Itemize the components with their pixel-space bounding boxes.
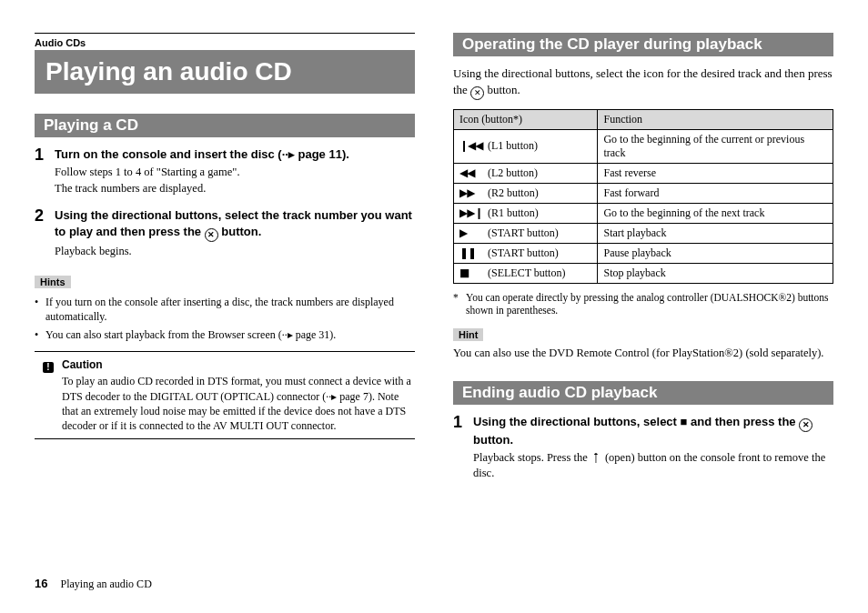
icon-cell: ▶▶❙ (R1 button) (454, 203, 598, 223)
caution-text: To play an audio CD recorded in DTS form… (62, 374, 415, 433)
step-number: 1 (453, 414, 473, 431)
end-step-1: 1 Using the directional buttons, select … (453, 414, 833, 482)
table-row: ❚❚ (START button)Pause playback (454, 243, 833, 263)
icon-cell: ■ (SELECT button) (454, 263, 598, 283)
playback-icon: ▶▶❙ (459, 206, 485, 219)
bullet-icon: • (35, 327, 45, 342)
playback-icon: ❙◀◀ (459, 139, 485, 152)
page-footer: 16 Playing an audio CD (35, 577, 833, 591)
icon-cell: ▶▶ (R2 button) (454, 183, 598, 203)
x-button-icon: ✕ (799, 418, 812, 432)
step-heading: Using the directional buttons, select th… (55, 207, 415, 242)
function-cell: Fast reverse (598, 163, 833, 183)
playback-icon: ◀◀ (459, 166, 485, 179)
hints-list: •If you turn on the console after insert… (35, 295, 415, 343)
th-function: Function (598, 109, 833, 129)
step-number: 1 (35, 146, 55, 164)
hint-label: Hint (453, 328, 483, 341)
button-name: (L2 button) (485, 166, 538, 179)
table-footnote: * You can operate directly by pressing t… (453, 291, 833, 318)
function-cell: Pause playback (598, 243, 833, 263)
table-row: ▶▶ (R2 button)Fast forward (454, 183, 833, 203)
function-cell: Stop playback (598, 263, 833, 283)
page-title: Playing an audio CD (35, 50, 415, 94)
playback-icon: ❚❚ (459, 246, 485, 259)
function-cell: Start playback (598, 223, 833, 243)
function-cell: Go to the beginning of the current or pr… (598, 129, 833, 163)
page: Audio CDs Playing an audio CD Playing a … (0, 0, 868, 613)
hint-text: If you turn on the console after inserti… (45, 295, 415, 324)
section-ending-playback: Ending audio CD playback (453, 381, 833, 405)
hints-label: Hints (35, 276, 71, 288)
page-number: 16 (35, 577, 47, 590)
button-name: (START button) (485, 226, 559, 239)
step-2: 2 Using the directional buttons, select … (35, 207, 415, 260)
intro-text: Using the directional buttons, select th… (453, 65, 833, 100)
section-operating-cd: Operating the CD player during playback (453, 33, 833, 56)
step-subline: Follow steps 1 to 4 of "Starting a game"… (55, 165, 415, 180)
button-name: (START button) (485, 246, 559, 259)
playback-icon: ▶▶ (459, 186, 485, 199)
x-button-icon: ✕ (470, 86, 484, 100)
icon-cell: ❙◀◀ (L1 button) (454, 129, 598, 163)
caution-title: Caution (62, 357, 415, 372)
step-number: 2 (35, 207, 55, 225)
right-column: Operating the CD player during playback … (453, 33, 833, 555)
table-row: ▶▶❙ (R1 button)Go to the beginning of th… (454, 203, 833, 223)
caution-icon: ! (43, 362, 54, 373)
step-subline: Playback begins. (55, 244, 415, 259)
icon-cell: ▶ (START button) (454, 223, 598, 243)
step-subline: Playback stops. Press the ⭡ (open) butto… (473, 450, 833, 481)
step-1: 1 Turn on the console and insert the dis… (35, 146, 415, 198)
hint-text: You can also use the DVD Remote Control … (453, 346, 833, 361)
step-heading: Using the directional buttons, select ■ … (473, 414, 833, 448)
table-row: ◀◀ (L2 button)Fast reverse (454, 163, 833, 183)
table-row: ■ (SELECT button)Stop playback (454, 263, 833, 283)
playback-icon: ▶ (459, 226, 485, 239)
icon-function-table: Icon (button*) Function ❙◀◀ (L1 button)G… (453, 109, 833, 284)
button-name: (R2 button) (485, 186, 539, 199)
eyebrow-category: Audio CDs (35, 33, 415, 48)
table-row: ❙◀◀ (L1 button)Go to the beginning of th… (454, 129, 833, 163)
function-cell: Go to the beginning of the next track (598, 203, 833, 223)
two-column-layout: Audio CDs Playing an audio CD Playing a … (35, 33, 833, 555)
step-subline: The track numbers are displayed. (55, 181, 415, 196)
left-column: Audio CDs Playing an audio CD Playing a … (35, 33, 415, 555)
footnote-text: You can operate directly by pressing the… (466, 291, 833, 318)
button-name: (SELECT button) (485, 266, 565, 279)
icon-cell: ❚❚ (START button) (454, 243, 598, 263)
step-heading: Turn on the console and insert the disc … (55, 146, 415, 163)
button-name: (R1 button) (485, 206, 539, 219)
caution-block: ! Caution To play an audio CD recorded i… (35, 351, 415, 439)
x-button-icon: ✕ (205, 228, 218, 242)
hint-text: You can also start playback from the Bro… (45, 327, 336, 342)
bullet-icon: • (35, 295, 45, 309)
function-cell: Fast forward (598, 183, 833, 203)
asterisk-icon: * (453, 291, 466, 318)
button-name: (L1 button) (485, 139, 538, 152)
table-row: ▶ (START button)Start playback (454, 223, 833, 243)
footer-title: Playing an audio CD (60, 578, 151, 591)
playback-icon: ■ (459, 266, 485, 279)
section-playing-a-cd: Playing a CD (35, 114, 415, 137)
icon-cell: ◀◀ (L2 button) (454, 163, 598, 183)
th-icon: Icon (button*) (454, 109, 598, 129)
